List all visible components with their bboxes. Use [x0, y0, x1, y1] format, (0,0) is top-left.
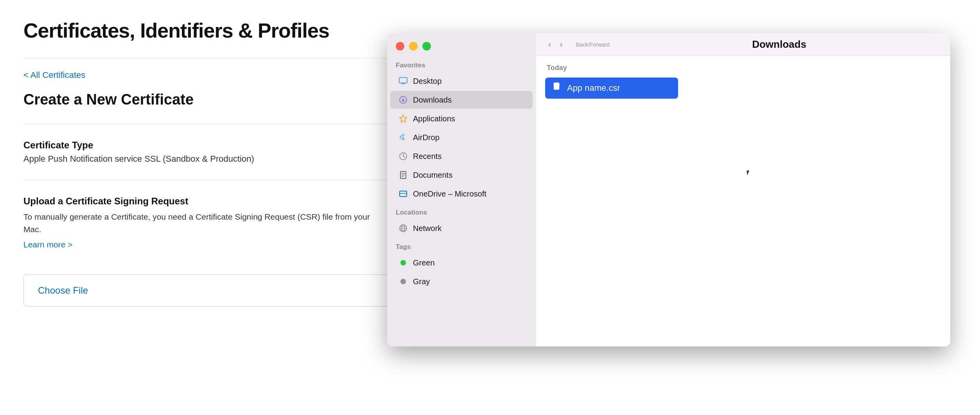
sidebar-downloads-label: Downloads	[413, 96, 452, 105]
file-icon	[553, 82, 562, 94]
svg-rect-0	[399, 78, 407, 83]
sidebar-item-airdrop[interactable]: AirDrop	[390, 128, 533, 146]
svg-point-20	[400, 279, 406, 284]
nav-buttons: ‹ ›	[545, 38, 566, 51]
sidebar-item-tag-gray[interactable]: Gray	[390, 272, 533, 290]
documents-icon	[398, 170, 408, 180]
sidebar-documents-label: Documents	[413, 171, 452, 180]
back-link[interactable]: < All Certificates	[23, 70, 85, 80]
sidebar-tag-gray-label: Gray	[413, 277, 430, 286]
sidebar-item-documents[interactable]: Documents	[390, 166, 533, 184]
svg-rect-12	[400, 191, 407, 197]
finder-sidebar: Favorites Desktop Downloads	[387, 33, 536, 346]
sidebar-item-recents[interactable]: Recents	[390, 147, 533, 165]
sidebar-onedrive-label: OneDrive – Microsoft	[413, 189, 486, 198]
tags-label: Tags	[387, 238, 536, 253]
sidebar-recents-label: Recents	[413, 152, 442, 161]
traffic-lights	[396, 42, 431, 51]
tag-gray-icon	[398, 276, 408, 287]
choose-file-box[interactable]: Choose File	[23, 274, 407, 307]
page-title: Certificates, Identifiers & Profiles	[23, 19, 387, 42]
sidebar-tag-green-label: Green	[413, 258, 435, 267]
airdrop-icon	[398, 132, 408, 143]
section-title: Create a New Certificate	[23, 91, 387, 108]
back-button[interactable]: ‹	[545, 38, 554, 51]
upload-section: Upload a Certificate Signing Request To …	[23, 196, 387, 260]
sidebar-item-tag-green[interactable]: Green	[390, 254, 533, 272]
certificate-type-value: Apple Push Notification service SSL (San…	[23, 154, 387, 164]
finder-window-title: Downloads	[617, 38, 941, 51]
finder-content: Today App name.csr	[536, 56, 950, 346]
forward-button[interactable]: ›	[556, 38, 565, 51]
back-forward-label: Back/Forward	[576, 42, 610, 48]
sidebar-item-downloads[interactable]: Downloads	[390, 91, 533, 109]
recents-icon	[398, 151, 408, 161]
main-content: Certificates, Identifiers & Profiles < A…	[0, 0, 411, 325]
upload-description: To manually generate a Certificate, you …	[23, 211, 387, 235]
minimize-button[interactable]	[409, 42, 418, 51]
finder-window: Favorites Desktop Downloads	[387, 33, 950, 346]
fullscreen-button[interactable]	[422, 42, 431, 51]
choose-file-label: Choose File	[38, 285, 88, 296]
sidebar-desktop-label: Desktop	[413, 77, 442, 86]
locations-label: Locations	[387, 203, 536, 219]
sidebar-applications-label: Applications	[413, 114, 455, 123]
svg-point-5	[402, 138, 404, 140]
tag-green-icon	[398, 258, 408, 268]
finder-toolbar: ‹ › Back/Forward Downloads	[536, 33, 950, 56]
sidebar-item-onedrive[interactable]: OneDrive – Microsoft	[390, 185, 533, 203]
csr-file-item[interactable]: App name.csr	[545, 78, 678, 99]
certificate-type-label: Certificate Type	[23, 140, 387, 151]
upload-title: Upload a Certificate Signing Request	[23, 196, 387, 207]
top-divider	[23, 58, 387, 58]
today-label: Today	[545, 64, 941, 72]
svg-rect-1	[402, 83, 405, 84]
downloads-icon	[398, 95, 408, 105]
sidebar-item-desktop[interactable]: Desktop	[390, 72, 533, 90]
network-icon	[398, 223, 408, 233]
finder-main: ‹ › Back/Forward Downloads Today App nam…	[536, 33, 950, 346]
svg-point-19	[400, 260, 406, 265]
sidebar-network-label: Network	[413, 224, 442, 233]
onedrive-icon	[398, 189, 408, 199]
sidebar-item-applications[interactable]: Applications	[390, 110, 533, 128]
close-button[interactable]	[396, 42, 404, 51]
file-name: App name.csr	[567, 83, 620, 93]
sidebar-item-network[interactable]: Network	[390, 219, 533, 237]
section-divider	[23, 124, 387, 124]
learn-more-link[interactable]: Learn more >	[23, 240, 73, 249]
desktop-icon	[398, 76, 408, 86]
applications-icon	[398, 114, 408, 124]
sidebar-airdrop-label: AirDrop	[413, 133, 440, 142]
favorites-label: Favorites	[387, 56, 536, 72]
certificate-type-section: Certificate Type Apple Push Notification…	[23, 140, 387, 164]
field-divider	[23, 180, 387, 180]
